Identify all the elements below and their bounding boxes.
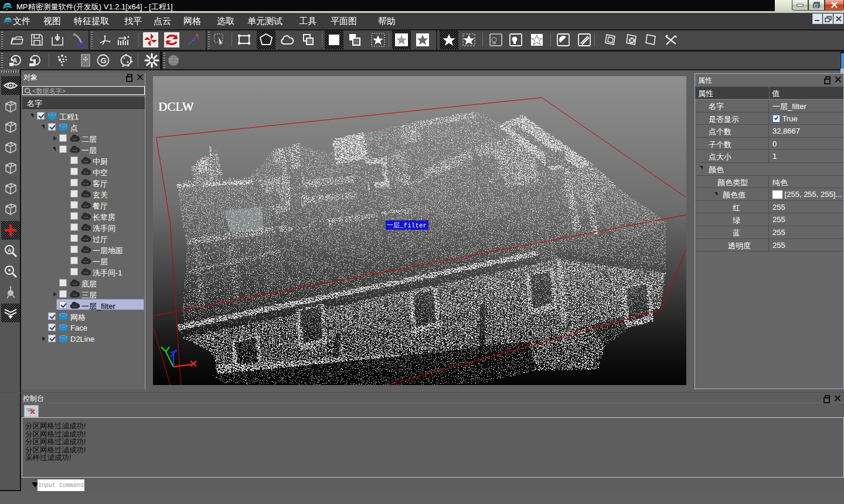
svg-text:G: G — [101, 56, 107, 65]
svg-text:A: A — [8, 247, 12, 253]
svg-text:A: A — [13, 57, 17, 64]
svg-text:lite: lite — [78, 42, 86, 47]
